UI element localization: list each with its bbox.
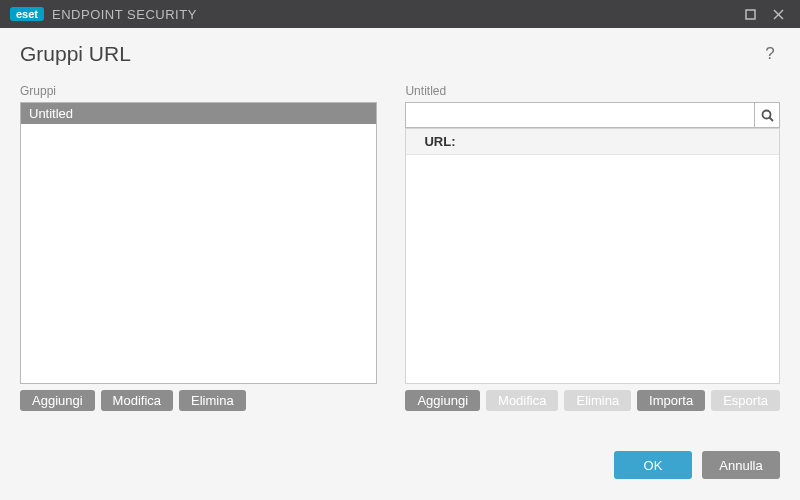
help-button[interactable]: ?	[760, 44, 780, 64]
groups-label: Gruppi	[20, 84, 377, 98]
urls-import-button[interactable]: Importa	[637, 390, 705, 411]
svg-line-4	[769, 117, 773, 121]
list-item[interactable]: Untitled	[21, 103, 376, 124]
urls-panel: Untitled URL: Aggiungi Modifica Elimina …	[405, 84, 780, 411]
titlebar: eset ENDPOINT SECURITY	[0, 0, 800, 28]
dialog-footer: OK Annulla	[0, 423, 800, 479]
panels: Gruppi Untitled Aggiungi Modifica Elimin…	[20, 84, 780, 411]
brand-badge: eset	[10, 7, 44, 21]
maximize-icon	[745, 9, 756, 20]
search-row	[405, 102, 780, 128]
ok-button[interactable]: OK	[614, 451, 692, 479]
search-input[interactable]	[405, 102, 754, 128]
window-close-button[interactable]	[764, 3, 792, 25]
groups-listbox[interactable]: Untitled	[20, 102, 377, 384]
urls-button-row: Aggiungi Modifica Elimina Importa Esport…	[405, 390, 780, 411]
urls-export-button: Esporta	[711, 390, 780, 411]
groups-panel: Gruppi Untitled Aggiungi Modifica Elimin…	[20, 84, 377, 411]
groups-add-button[interactable]: Aggiungi	[20, 390, 95, 411]
urls-add-button[interactable]: Aggiungi	[405, 390, 480, 411]
url-table: URL:	[405, 128, 780, 384]
search-button[interactable]	[754, 102, 780, 128]
search-icon	[761, 109, 774, 122]
urls-delete-button: Elimina	[564, 390, 631, 411]
header-row: Gruppi URL ?	[20, 42, 780, 66]
groups-delete-button[interactable]: Elimina	[179, 390, 246, 411]
urls-label: Untitled	[405, 84, 780, 98]
groups-edit-button[interactable]: Modifica	[101, 390, 173, 411]
window-maximize-button[interactable]	[736, 3, 764, 25]
close-icon	[773, 9, 784, 20]
url-column-header[interactable]: URL:	[406, 128, 779, 155]
urls-edit-button: Modifica	[486, 390, 558, 411]
url-list-body[interactable]	[406, 155, 779, 383]
svg-point-3	[762, 110, 770, 118]
svg-rect-0	[746, 10, 755, 19]
cancel-button[interactable]: Annulla	[702, 451, 780, 479]
page-title: Gruppi URL	[20, 42, 760, 66]
product-name: ENDPOINT SECURITY	[52, 7, 197, 22]
groups-button-row: Aggiungi Modifica Elimina	[20, 390, 377, 411]
content-area: Gruppi URL ? Gruppi Untitled Aggiungi Mo…	[0, 28, 800, 423]
